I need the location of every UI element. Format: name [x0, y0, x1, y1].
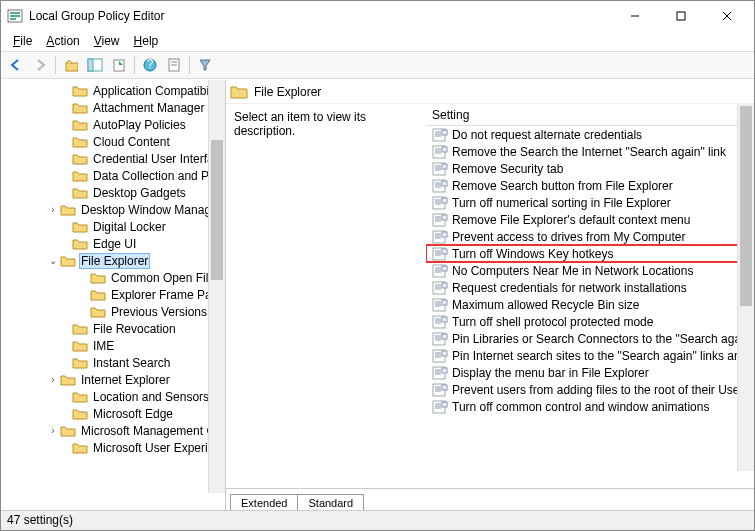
svg-rect-9	[88, 59, 93, 71]
filter-button[interactable]	[194, 54, 216, 76]
forward-button[interactable]	[29, 54, 51, 76]
folder-icon	[72, 356, 88, 370]
policy-icon	[432, 247, 448, 261]
tree-item[interactable]: File Revocation	[5, 320, 225, 337]
properties-button[interactable]	[163, 54, 185, 76]
minimize-button[interactable]	[612, 1, 658, 31]
setting-label: Do not request alternate credentials	[452, 128, 642, 142]
setting-label: Request credentials for network installa…	[452, 281, 687, 295]
chevron-down-icon[interactable]: ⌄	[47, 255, 59, 266]
tree-item[interactable]: Explorer Frame Pane	[5, 286, 225, 303]
tree-item[interactable]: Instant Search	[5, 354, 225, 371]
setting-row[interactable]: Remove Security tab	[426, 160, 754, 177]
setting-row[interactable]: Pin Libraries or Search Connectors to th…	[426, 330, 754, 347]
svg-rect-60	[442, 266, 447, 271]
svg-rect-30	[442, 164, 447, 169]
tree-item[interactable]: Cloud Content	[5, 133, 225, 150]
chevron-right-icon[interactable]: ›	[47, 204, 59, 215]
tab-extended[interactable]: Extended	[230, 494, 298, 510]
tree-item[interactable]: Common Open File Dialog	[5, 269, 225, 286]
tree-item[interactable]: Location and Sensors	[5, 388, 225, 405]
setting-row[interactable]: Turn off common control and window anima…	[426, 398, 754, 415]
policy-icon	[432, 162, 448, 176]
tree-item[interactable]: Microsoft User Experience Virtualization	[5, 439, 225, 456]
tree-item[interactable]: ⌄File Explorer	[5, 252, 225, 269]
tree-item[interactable]: AutoPlay Policies	[5, 116, 225, 133]
tree-item[interactable]: IME	[5, 337, 225, 354]
svg-rect-75	[442, 317, 447, 322]
maximize-button[interactable]	[658, 1, 704, 31]
policy-icon	[432, 128, 448, 142]
close-button[interactable]	[704, 1, 750, 31]
folder-icon	[72, 322, 88, 336]
tab-standard[interactable]: Standard	[297, 494, 364, 510]
svg-rect-25	[442, 147, 447, 152]
setting-row[interactable]: Turn off Windows Key hotkeys	[426, 245, 754, 262]
tree-item[interactable]: Credential User Interface	[5, 150, 225, 167]
column-header-setting[interactable]: Setting	[426, 104, 754, 126]
svg-rect-40	[442, 198, 447, 203]
client-area: Application CompatibilityAttachment Mana…	[1, 79, 754, 510]
tree-item-label: Internet Explorer	[79, 373, 172, 387]
tree-item[interactable]: Attachment Manager	[5, 99, 225, 116]
export-button[interactable]	[108, 54, 130, 76]
tree-item-label: Instant Search	[91, 356, 172, 370]
setting-row[interactable]: Remove the Search the Internet "Search a…	[426, 143, 754, 160]
tree-item[interactable]: Digital Locker	[5, 218, 225, 235]
chevron-right-icon[interactable]: ›	[47, 374, 59, 385]
tree-item[interactable]: Edge UI	[5, 235, 225, 252]
setting-row[interactable]: Remove Search button from File Explorer	[426, 177, 754, 194]
tree-item[interactable]: ›Internet Explorer	[5, 371, 225, 388]
setting-label: Turn off common control and window anima…	[452, 400, 709, 414]
tree-item[interactable]: ›Desktop Window Manager	[5, 201, 225, 218]
show-hide-tree-button[interactable]	[84, 54, 106, 76]
tree-item-label: Location and Sensors	[91, 390, 211, 404]
menu-action[interactable]: Action	[40, 32, 85, 50]
svg-rect-20	[442, 130, 447, 135]
tree-item[interactable]: Microsoft Edge	[5, 405, 225, 422]
folder-icon	[72, 220, 88, 234]
folder-icon	[60, 203, 76, 217]
setting-row[interactable]: Prevent users from adding files to the r…	[426, 381, 754, 398]
up-button[interactable]	[60, 54, 82, 76]
tree-item-label: File Explorer	[79, 253, 150, 269]
help-button[interactable]: ?	[139, 54, 161, 76]
detail-header: File Explorer	[226, 80, 754, 104]
setting-label: Turn off numerical sorting in File Explo…	[452, 196, 671, 210]
setting-row[interactable]: Turn off numerical sorting in File Explo…	[426, 194, 754, 211]
chevron-right-icon[interactable]: ›	[47, 425, 59, 436]
setting-row[interactable]: Do not request alternate credentials	[426, 126, 754, 143]
tree-item[interactable]: ›Microsoft Management Console	[5, 422, 225, 439]
tree-item[interactable]: Application Compatibility	[5, 82, 225, 99]
toolbar: ?	[1, 51, 754, 79]
tree-item-label: AutoPlay Policies	[91, 118, 188, 132]
svg-text:?: ?	[147, 58, 154, 71]
tree-vscrollbar[interactable]	[208, 80, 225, 493]
tree-item-label: Previous Versions	[109, 305, 209, 319]
setting-row[interactable]: Prevent access to drives from My Compute…	[426, 228, 754, 245]
setting-row[interactable]: Remove File Explorer's default context m…	[426, 211, 754, 228]
tree-item[interactable]: Data Collection and Preview Builds	[5, 167, 225, 184]
tree-item-label: Edge UI	[91, 237, 138, 251]
setting-row[interactable]: Pin Internet search sites to the "Search…	[426, 347, 754, 364]
setting-row[interactable]: Maximum allowed Recycle Bin size	[426, 296, 754, 313]
list-vscrollbar[interactable]	[737, 104, 754, 471]
back-button[interactable]	[5, 54, 27, 76]
svg-rect-90	[442, 368, 447, 373]
setting-label: Prevent users from adding files to the r…	[452, 383, 754, 397]
tree-item[interactable]: Previous Versions	[5, 303, 225, 320]
setting-row[interactable]: Turn off shell protocol protected mode	[426, 313, 754, 330]
tree-item[interactable]: Desktop Gadgets	[5, 184, 225, 201]
setting-row[interactable]: No Computers Near Me in Network Location…	[426, 262, 754, 279]
policy-icon	[432, 145, 448, 159]
settings-list[interactable]: Setting Do not request alternate credent…	[426, 104, 754, 488]
detail-title: File Explorer	[254, 85, 321, 99]
folder-icon	[72, 407, 88, 421]
tree-pane: Application CompatibilityAttachment Mana…	[1, 80, 226, 510]
menu-view[interactable]: View	[88, 32, 126, 50]
policy-icon	[432, 230, 448, 244]
menu-help[interactable]: Help	[128, 32, 165, 50]
setting-row[interactable]: Display the menu bar in File Explorer	[426, 364, 754, 381]
menu-file[interactable]: File	[7, 32, 38, 50]
setting-row[interactable]: Request credentials for network installa…	[426, 279, 754, 296]
